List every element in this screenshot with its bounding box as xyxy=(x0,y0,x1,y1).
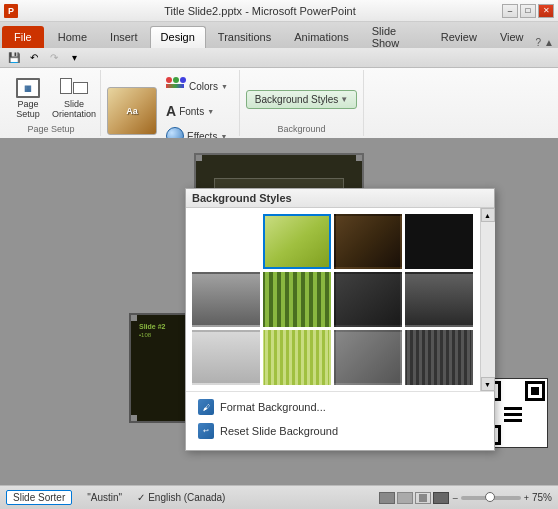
reading-view-button[interactable] xyxy=(415,492,431,504)
panel-scrollbar[interactable]: ▲ ▼ xyxy=(480,208,494,391)
status-left: Slide Sorter "Austin" ✓ English (Canada) xyxy=(6,490,225,505)
scroll-track xyxy=(481,222,495,377)
swatch-7[interactable] xyxy=(334,272,402,327)
language-area: ✓ English (Canada) xyxy=(137,492,225,503)
colors-label: Colors xyxy=(189,81,218,92)
tab-file[interactable]: File xyxy=(2,26,44,48)
zoom-slider[interactable] xyxy=(461,496,521,500)
slide-sorter-button[interactable]: Slide Sorter xyxy=(6,490,72,505)
zoom-out-icon[interactable]: – xyxy=(453,493,458,503)
fonts-dropdown-arrow: ▼ xyxy=(207,108,214,115)
tab-insert[interactable]: Insert xyxy=(99,26,149,48)
page-setup-icon: ▦ xyxy=(16,78,40,98)
quick-access-dropdown[interactable]: ▾ xyxy=(66,50,82,66)
main-area: Title Slide 1 Slide #2 •108 3 xyxy=(0,138,558,508)
swatch-3[interactable] xyxy=(334,214,402,269)
swatch-1[interactable] xyxy=(192,214,260,269)
format-background-button[interactable]: 🖌 Format Background... xyxy=(194,396,486,418)
tab-design[interactable]: Design xyxy=(150,26,206,48)
swatch-2[interactable] xyxy=(263,214,331,269)
title-bar: P Title Slide2.pptx - Microsoft PowerPoi… xyxy=(0,0,558,22)
spell-check-icon: ✓ xyxy=(137,492,145,503)
page-setup-button[interactable]: ▦ PageSetup xyxy=(8,75,48,123)
status-right: – + 75% xyxy=(379,492,552,504)
background-styles-button[interactable]: Background Styles ▼ xyxy=(246,90,357,109)
themes-button[interactable]: Aa xyxy=(107,87,157,135)
save-quick-button[interactable]: 💾 xyxy=(6,50,22,66)
status-bar: Slide Sorter "Austin" ✓ English (Canada)… xyxy=(0,485,558,509)
undo-button[interactable]: ↶ xyxy=(26,50,42,66)
format-background-icon: 🖌 xyxy=(198,399,214,415)
corner-tl2 xyxy=(129,313,137,321)
tab-view[interactable]: View xyxy=(489,26,535,48)
swatches-area xyxy=(186,208,480,391)
swatch-11[interactable] xyxy=(334,330,402,385)
reset-background-icon: ↩ xyxy=(198,423,214,439)
view-buttons xyxy=(379,492,449,504)
quick-access-toolbar: 💾 ↶ ↷ ▾ xyxy=(0,48,558,68)
fonts-button[interactable]: A Fonts ▼ xyxy=(161,100,233,122)
bg-panel-title: Background Styles xyxy=(192,192,292,204)
page-setup-group: ▦ PageSetup SlideOrientation Page Setup xyxy=(2,70,101,136)
minimize-button[interactable]: – xyxy=(502,4,518,18)
bg-panel-actions: 🖌 Format Background... ↩ Reset Slide Bac… xyxy=(186,391,494,446)
maximize-button[interactable]: □ xyxy=(520,4,536,18)
panel-with-scroll: ▲ ▼ xyxy=(186,208,494,391)
tab-animations[interactable]: Animations xyxy=(283,26,359,48)
tab-review[interactable]: Review xyxy=(430,26,488,48)
app-icon: P xyxy=(4,4,18,18)
presentation-view-button[interactable] xyxy=(433,492,449,504)
zoom-level: 75% xyxy=(532,492,552,503)
corner-bl2 xyxy=(129,415,137,423)
corner-tr xyxy=(356,153,364,161)
swatch-6[interactable] xyxy=(263,272,331,327)
themes-group: Aa Colors ▼ A xyxy=(101,70,240,136)
colors-button[interactable]: Colors ▼ xyxy=(161,74,233,98)
theme-indicator[interactable]: "Austin" xyxy=(80,490,129,505)
swatch-12[interactable] xyxy=(405,330,473,385)
background-group-label: Background xyxy=(277,124,325,134)
slide-sorter-view-button[interactable] xyxy=(397,492,413,504)
tab-home[interactable]: Home xyxy=(47,26,98,48)
swatch-5[interactable] xyxy=(192,272,260,327)
scroll-down-button[interactable]: ▼ xyxy=(481,377,495,391)
format-background-label: Format Background... xyxy=(220,401,326,413)
ribbon-tab-bar: File Home Insert Design Transitions Anim… xyxy=(0,22,558,48)
redo-button[interactable]: ↷ xyxy=(46,50,62,66)
reset-slide-background-label: Reset Slide Background xyxy=(220,425,338,437)
scroll-up-button[interactable]: ▲ xyxy=(481,208,495,222)
slide-orientation-button[interactable]: SlideOrientation xyxy=(54,75,94,123)
swatch-8[interactable] xyxy=(405,272,473,327)
bg-panel-header: Background Styles xyxy=(186,189,494,208)
swatch-9[interactable] xyxy=(192,330,260,385)
background-styles-arrow: ▼ xyxy=(340,95,348,104)
close-button[interactable]: ✕ xyxy=(538,4,554,18)
language-label: English (Canada) xyxy=(148,492,225,503)
ribbon-collapse-icon[interactable]: ▲ xyxy=(544,37,554,48)
background-styles-label: Background Styles xyxy=(255,94,338,105)
page-setup-group-label: Page Setup xyxy=(27,124,74,134)
design-buttons: Colors ▼ A Fonts ▼ Effects ▼ xyxy=(161,74,233,148)
swatch-4[interactable] xyxy=(405,214,473,269)
tab-transitions[interactable]: Transitions xyxy=(207,26,282,48)
colors-dropdown-arrow: ▼ xyxy=(221,83,228,90)
swatch-10[interactable] xyxy=(263,330,331,385)
zoom-in-icon[interactable]: + xyxy=(524,493,529,503)
zoom-control[interactable]: – + 75% xyxy=(453,492,552,503)
orientation-icon xyxy=(60,78,88,98)
tab-slideshow[interactable]: Slide Show xyxy=(361,26,429,48)
zoom-thumb xyxy=(485,492,495,502)
fonts-label: Fonts xyxy=(179,106,204,117)
page-setup-label: PageSetup xyxy=(16,100,40,120)
orientation-label: SlideOrientation xyxy=(52,100,96,120)
ribbon-design: ▦ PageSetup SlideOrientation Page Setup … xyxy=(0,68,558,138)
colors-icon xyxy=(166,77,186,95)
reset-slide-background-button[interactable]: ↩ Reset Slide Background xyxy=(194,420,486,442)
background-styles-panel: Background Styles xyxy=(185,188,495,451)
corner-tl xyxy=(194,153,202,161)
help-icon[interactable]: ? xyxy=(536,37,542,48)
bg-swatches-grid xyxy=(186,208,480,391)
window-controls[interactable]: – □ ✕ xyxy=(502,4,554,18)
normal-view-button[interactable] xyxy=(379,492,395,504)
fonts-icon: A xyxy=(166,103,176,119)
